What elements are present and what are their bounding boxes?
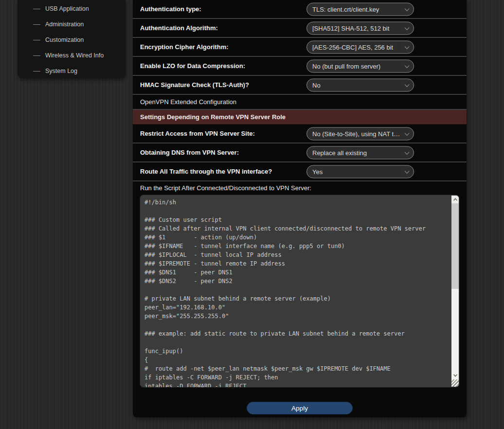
- apply-button[interactable]: Apply: [247, 402, 353, 414]
- dash-icon: [33, 55, 40, 56]
- dash-icon: [33, 40, 40, 40]
- chevron-down-icon: [453, 373, 457, 376]
- scroll-down-button[interactable]: [451, 372, 459, 379]
- hmac-signature-label: HMAC Signature Check (TLS-Auth)?: [140, 81, 249, 89]
- script-editor-area: #!/bin/sh ### Custom user script ### Cal…: [140, 195, 460, 388]
- obtaining-dns-label: Obtaining DNS from VPN Server:: [140, 149, 239, 156]
- restrict-access-select[interactable]: No (Site-to-Site), using NAT trans: [306, 127, 414, 140]
- sidebar-item-system-log[interactable]: System Log: [18, 63, 126, 79]
- textarea-scrollbar[interactable]: [451, 196, 459, 379]
- encryption-cipher-select[interactable]: [AES-256-CBC] AES, 256 bit: [306, 40, 414, 54]
- sidebar-item-usb-application[interactable]: USB Application: [18, 1, 126, 17]
- hmac-signature-select[interactable]: No: [306, 78, 414, 91]
- lzo-compression-select[interactable]: No (but pull from server): [306, 59, 414, 72]
- restrict-access-label: Restrict Access from VPN Server Site:: [140, 130, 255, 137]
- scroll-up-button[interactable]: [451, 196, 459, 203]
- row-route-all-traffic: Route All Traffic through the VPN interf…: [133, 162, 467, 181]
- sidebar-item-label: System Log: [45, 68, 77, 74]
- sidebar-item-wireless-wired-info[interactable]: Wireless & Wired Info: [18, 48, 126, 63]
- dash-icon: [33, 71, 40, 72]
- row-encryption-cipher: Encryption Cipher Algorithm: [AES-256-CB…: [133, 38, 467, 57]
- dash-icon: [33, 9, 40, 9]
- dash-icon: [33, 24, 40, 25]
- authentication-type-label: Authentication type:: [140, 5, 201, 13]
- encryption-cipher-label: Encryption Cipher Algorithm:: [140, 43, 229, 51]
- authentication-type-select[interactable]: TLS: client.crt/client.key: [306, 2, 414, 16]
- vpn-client-settings-panel: Authentication type: TLS: client.crt/cli…: [133, 0, 467, 417]
- sidebar-item-label: Administration: [45, 21, 84, 28]
- sidebar-item-customization[interactable]: Customization: [18, 32, 126, 48]
- section-remote-vpn-server-role: Settings Depending on Remote VPN Server …: [133, 110, 467, 125]
- authentication-algorithm-select[interactable]: [SHA512] SHA-512, 512 bit: [306, 21, 414, 35]
- sidebar-menu: USB Application Administration Customiza…: [18, 0, 126, 78]
- route-all-traffic-label: Route All Traffic through the VPN interf…: [140, 168, 272, 175]
- row-authentication-type: Authentication type: TLS: client.crt/cli…: [133, 0, 467, 19]
- textarea-resize-grip[interactable]: [451, 379, 459, 387]
- sidebar-item-label: Customization: [45, 36, 84, 43]
- scrollbar-thumb[interactable]: [451, 203, 459, 289]
- obtaining-dns-select[interactable]: Replace all existing: [306, 146, 414, 159]
- route-all-traffic-select[interactable]: Yes: [306, 165, 414, 178]
- authentication-algorithm-label: Authentication Algorithm:: [140, 24, 218, 32]
- row-lzo-compression: Enable LZO for Data Compression: No (but…: [133, 57, 467, 76]
- section-openvpn-extended-configuration: OpenVPN Extended Configuration: [133, 95, 467, 110]
- script-label: Run the Script After Connected/Disconnec…: [133, 181, 467, 195]
- row-hmac-signature: HMAC Signature Check (TLS-Auth)? No: [133, 76, 467, 95]
- vpn-script-textarea[interactable]: #!/bin/sh ### Custom user script ### Cal…: [140, 195, 460, 388]
- chevron-up-icon: [453, 198, 457, 202]
- row-restrict-access: Restrict Access from VPN Server Site: No…: [133, 125, 467, 143]
- row-authentication-algorithm: Authentication Algorithm: [SHA512] SHA-5…: [133, 19, 467, 38]
- lzo-compression-label: Enable LZO for Data Compression:: [140, 62, 245, 70]
- sidebar-item-label: USB Application: [45, 5, 89, 12]
- sidebar-item-label: Wireless & Wired Info: [45, 52, 104, 59]
- sidebar-item-administration[interactable]: Administration: [18, 17, 126, 32]
- row-obtaining-dns: Obtaining DNS from VPN Server: Replace a…: [133, 143, 467, 162]
